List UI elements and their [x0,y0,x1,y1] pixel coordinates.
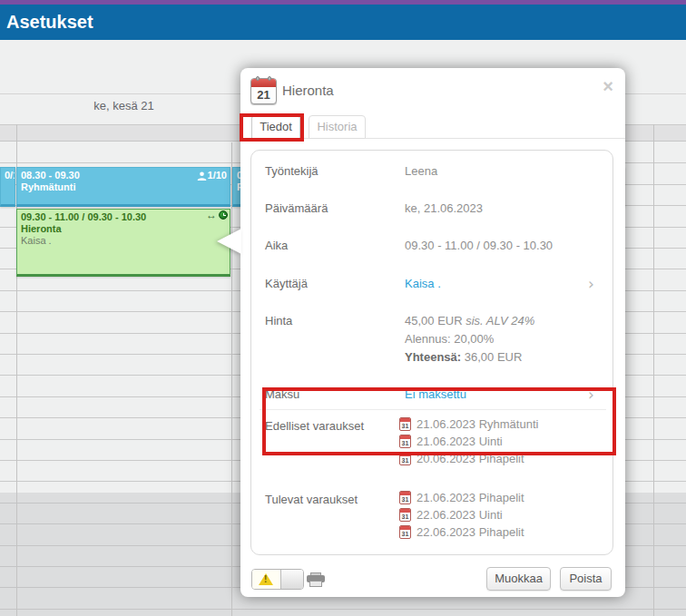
modal-title: Hieronta [282,83,334,98]
event-hieronta[interactable]: 09.30 - 11.00 / 09.30 - 10.30 Hieronta K… [16,209,230,277]
booking-item[interactable]: 31 21.06.2023 Pihapelit [399,491,524,504]
price-vat-note: sis. ALV 24% [466,314,534,328]
date-value: ke, 21.06.2023 [405,201,483,215]
annotation-box-price [262,387,616,455]
resize-horizontal-icon: ↔ [206,210,217,220]
event-capacity: 1/10 [208,170,227,181]
booking-item[interactable]: 31 22.06.2023 Uinti [399,508,503,522]
price-base: 45,00 EUR sis. ALV 24% [405,314,534,328]
warning-toggle[interactable]: ! [251,569,304,590]
mini-calendar-icon: 31 [399,508,411,522]
price-label: Hinta [265,314,292,328]
employee-value: Leena [405,164,437,178]
modal-callout-arrow [217,229,241,254]
price-total: Yhteensä: 36,00 EUR [405,350,522,364]
page-title: Asetukset [0,5,686,40]
mini-calendar-icon: 31 [399,525,411,539]
time-label: Aika [265,239,288,252]
event-customer: Kaisa . [21,235,226,247]
event-ryhmatunti[interactable]: 08.30 - 09.30 Ryhmätunti 1/10 [16,167,230,207]
calendar-column-divider [231,142,232,616]
upcoming-bookings-label: Tulevat varaukset [265,493,358,506]
price-discount: Alennus: 20,00% [405,332,494,346]
status-clock-icon [219,210,228,220]
toggle-handle[interactable] [280,570,303,589]
delete-button[interactable]: Poista [560,567,612,591]
app-header-bar: Asetukset [0,5,686,40]
date-label: Päivämäärä [265,201,328,215]
chevron-right-icon[interactable]: › [588,275,594,293]
event-time: 08.30 - 09.30 [21,170,226,181]
employee-label: Työntekijä [265,164,318,178]
mini-calendar-icon: 31 [399,491,411,504]
event-capacity: 0/10 [1,168,15,183]
booking-item[interactable]: 31 22.06.2023 Pihapelit [399,525,524,539]
edit-button[interactable]: Muokkaa [486,567,551,591]
calendar-date-icon: 21 [250,78,277,104]
person-icon [197,171,207,181]
user-label: Käyttäjä [265,277,308,290]
details-panel: Työntekijä Leena Päivämäärä ke, 21.06.20… [250,150,613,555]
annotation-box-details-tab [240,113,304,142]
time-value: 09.30 - 11.00 / 09.30 - 10.30 [405,239,553,252]
booking-details-modal: 21 Hieronta × Tiedot Historia Työntekijä… [240,68,625,597]
calendar-column-divider [653,124,654,616]
event-time: 09.30 - 11.00 / 09.30 - 10.30 [21,211,226,223]
user-link[interactable]: Kaisa . [405,277,441,290]
tab-history[interactable]: Historia [309,115,366,139]
event-title: Ryhmätunti [21,181,226,193]
event-title: Hieronta [21,223,226,235]
calendar-day-header[interactable]: ke, kesä 21 [16,99,231,112]
event-partial-left[interactable]: 0/10 [0,167,15,207]
print-icon[interactable] [307,572,325,588]
close-icon[interactable]: × [603,77,613,95]
